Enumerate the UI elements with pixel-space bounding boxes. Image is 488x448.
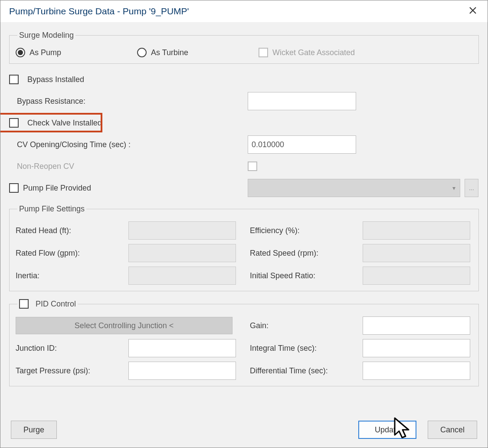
check-valve-installed-label: Check Valve Installed — [27, 119, 102, 128]
pid-control-legend-wrap[interactable]: PID Control — [17, 299, 78, 309]
differential-time-label: Differential Time (sec): — [250, 366, 363, 376]
efficiency-label: Efficiency (%): — [250, 226, 363, 235]
gain-input[interactable] — [363, 316, 470, 335]
cv-time-label: CV Opening/Closing Time (sec) : — [17, 140, 131, 149]
non-reopen-row: Non-Reopen CV — [9, 157, 479, 176]
surge-modeling-legend: Surge Modeling — [17, 31, 75, 40]
dialog-footer: Purge Update Cancel — [0, 416, 488, 448]
pump-file-provided-check[interactable]: Pump File Provided — [9, 183, 91, 193]
pid-control-group: PID Control Select Controlling Junction … — [9, 299, 479, 386]
pump-file-provided-label: Pump File Provided — [23, 184, 91, 193]
surge-modeling-group: Surge Modeling As Pump As Turbine Wicket… — [9, 31, 479, 64]
differential-time-input[interactable] — [363, 362, 470, 380]
cv-time-row: CV Opening/Closing Time (sec) : — [9, 135, 479, 154]
update-button[interactable]: Update — [358, 421, 416, 439]
update-button-label: Update — [375, 425, 400, 435]
rated-flow-label: Rated Flow (gpm): — [16, 249, 128, 258]
radio-icon — [137, 48, 147, 57]
initial-speed-ratio-input — [363, 267, 470, 285]
pid-control-legend: PID Control — [36, 300, 76, 309]
ellipsis-icon: ... — [469, 184, 474, 191]
bypass-resistance-input[interactable] — [248, 92, 356, 110]
dialog-body: Surge Modeling As Pump As Turbine Wicket… — [0, 22, 488, 416]
bypass-resistance-row: Bypass Resistance: — [9, 92, 479, 111]
checkbox-icon — [259, 48, 268, 57]
non-reopen-label: Non-Reopen CV — [17, 162, 74, 171]
purge-button[interactable]: Purge — [11, 421, 57, 439]
select-controlling-junction-button[interactable]: Select Controlling Junction < — [16, 317, 233, 334]
target-pressure-label: Target Pressure (psi): — [16, 366, 128, 376]
inertia-input — [128, 267, 236, 285]
cancel-button-label: Cancel — [440, 425, 465, 435]
rated-head-input — [128, 221, 236, 240]
cv-time-input[interactable] — [248, 135, 356, 154]
target-pressure-input[interactable] — [128, 362, 236, 380]
pump-file-settings-legend: Pump File Settings — [17, 204, 86, 214]
checkbox-wicket-gate: Wicket Gate Associated — [259, 48, 397, 57]
radio-as-pump[interactable]: As Pump — [16, 48, 120, 57]
non-reopen-checkbox — [248, 161, 257, 171]
titlebar: Pump/Turbine Surge Data - Pump '9_PUMP' — [0, 0, 488, 22]
integral-time-label: Integral Time (sec): — [250, 344, 363, 353]
gain-label: Gain: — [250, 321, 363, 330]
bypass-resistance-label: Bypass Resistance: — [17, 97, 85, 106]
rated-speed-label: Rated Speed (rpm): — [250, 249, 363, 258]
radio-as-turbine[interactable]: As Turbine — [137, 48, 241, 57]
dialog-title: Pump/Turbine Surge Data - Pump '9_PUMP' — [9, 6, 189, 16]
integral-time-input[interactable] — [363, 339, 470, 357]
bypass-installed-row[interactable]: Bypass Installed — [9, 70, 479, 89]
select-controlling-junction-label: Select Controlling Junction < — [75, 321, 174, 330]
wicket-label: Wicket Gate Associated — [272, 48, 355, 57]
checkbox-icon — [19, 299, 29, 309]
radio-as-pump-label: As Pump — [29, 48, 61, 57]
checkbox-icon — [9, 75, 19, 84]
radio-icon — [16, 48, 25, 57]
efficiency-input — [363, 221, 470, 240]
initial-speed-ratio-label: Initial Speed Ratio: — [250, 271, 363, 280]
junction-id-input[interactable] — [128, 339, 236, 357]
rated-speed-input — [363, 244, 470, 262]
pump-file-settings-group: Pump File Settings Rated Head (ft): Effi… — [9, 204, 479, 291]
checkbox-icon — [9, 118, 19, 128]
dialog: Pump/Turbine Surge Data - Pump '9_PUMP' … — [0, 0, 488, 448]
bypass-installed-label: Bypass Installed — [27, 75, 84, 84]
rated-flow-input — [128, 244, 236, 262]
check-valve-installed-row[interactable]: Check Valve Installed — [9, 113, 479, 132]
rated-head-label: Rated Head (ft): — [16, 226, 128, 235]
purge-button-label: Purge — [23, 425, 44, 435]
close-button[interactable] — [464, 3, 481, 20]
radio-as-turbine-label: As Turbine — [151, 48, 188, 57]
cancel-button[interactable]: Cancel — [428, 421, 477, 439]
chevron-down-icon: ▾ — [452, 184, 455, 191]
checkbox-icon — [9, 183, 19, 193]
close-icon — [469, 6, 477, 17]
pump-file-browse-button[interactable]: ... — [465, 179, 478, 197]
pump-file-select[interactable]: ▾ — [248, 179, 460, 197]
junction-id-label: Junction ID: — [16, 344, 128, 353]
pump-file-provided-row: Pump File Provided ▾ ... — [9, 178, 479, 198]
inertia-label: Inertia: — [16, 271, 128, 280]
